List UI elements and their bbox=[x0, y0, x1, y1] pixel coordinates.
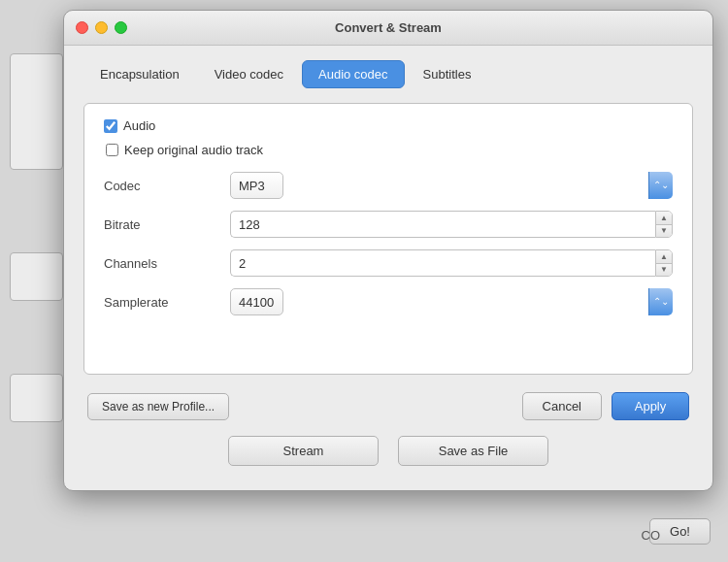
keep-original-row: Keep original audio track bbox=[106, 143, 673, 157]
channels-up-button[interactable]: ▲ bbox=[656, 250, 672, 264]
tab-subtitles[interactable]: Subtitles bbox=[407, 60, 488, 88]
channels-spinner-buttons: ▲ ▼ bbox=[655, 249, 673, 277]
channels-spinner-wrap: ▲ ▼ bbox=[230, 249, 673, 277]
keep-original-checkbox[interactable] bbox=[106, 144, 118, 156]
bitrate-label: Bitrate bbox=[104, 217, 230, 232]
bitrate-up-button[interactable]: ▲ bbox=[656, 212, 672, 225]
codec-select-wrapper: MP3 AAC Vorbis FLAC bbox=[230, 172, 673, 199]
stream-button[interactable]: Stream bbox=[228, 436, 379, 466]
bitrate-control: ▲ ▼ bbox=[230, 211, 673, 238]
bottom-action-buttons: Stream Save as File bbox=[83, 436, 693, 471]
content-area: Audio Keep original audio track Codec MP… bbox=[83, 103, 693, 375]
cancel-button[interactable]: Cancel bbox=[522, 392, 602, 420]
audio-checkbox[interactable] bbox=[104, 119, 117, 133]
tab-bar: Encapsulation Video codec Audio codec Su… bbox=[83, 60, 693, 88]
apply-button[interactable]: Apply bbox=[612, 392, 689, 420]
samplerate-row: Samplerate 44100 22050 11025 48000 bbox=[104, 288, 673, 315]
bg-panel-left2 bbox=[10, 252, 63, 301]
channels-control: ▲ ▼ bbox=[230, 249, 673, 277]
channels-input[interactable] bbox=[230, 249, 655, 277]
minimize-button[interactable] bbox=[95, 21, 108, 34]
dialog-window: Convert & Stream Encapsulation Video cod… bbox=[63, 10, 713, 491]
bg-panel-left3 bbox=[10, 374, 63, 422]
dialog-bottom-buttons: Save as new Profile... Cancel Apply bbox=[83, 392, 693, 420]
save-profile-button[interactable]: Save as new Profile... bbox=[87, 393, 229, 420]
samplerate-select-wrapper: 44100 22050 11025 48000 bbox=[230, 288, 673, 315]
bitrate-spinner-wrap: ▲ ▼ bbox=[230, 211, 673, 238]
channels-down-button[interactable]: ▼ bbox=[656, 264, 672, 277]
bitrate-input[interactable] bbox=[230, 211, 655, 238]
bitrate-spinner-buttons: ▲ ▼ bbox=[655, 211, 673, 238]
bitrate-row: Bitrate ▲ ▼ bbox=[104, 211, 673, 238]
channels-label: Channels bbox=[104, 256, 230, 271]
window-controls bbox=[76, 21, 127, 34]
audio-checkbox-row: Audio bbox=[104, 118, 673, 133]
codec-control: MP3 AAC Vorbis FLAC bbox=[230, 172, 673, 199]
co-label: CO bbox=[642, 528, 661, 543]
maximize-button[interactable] bbox=[115, 21, 127, 34]
tab-video-codec[interactable]: Video codec bbox=[198, 60, 300, 88]
close-button[interactable] bbox=[76, 21, 88, 34]
tab-audio-codec[interactable]: Audio codec bbox=[302, 60, 405, 88]
samplerate-control: 44100 22050 11025 48000 bbox=[230, 288, 673, 315]
codec-label: Codec bbox=[104, 179, 230, 193]
samplerate-label: Samplerate bbox=[104, 295, 230, 310]
tab-encapsulation[interactable]: Encapsulation bbox=[83, 60, 196, 88]
dialog-body: Encapsulation Video codec Audio codec Su… bbox=[64, 46, 712, 490]
bitrate-down-button[interactable]: ▼ bbox=[656, 225, 672, 238]
titlebar: Convert & Stream bbox=[64, 11, 712, 46]
codec-select[interactable]: MP3 AAC Vorbis FLAC bbox=[230, 172, 283, 199]
channels-row: Channels ▲ ▼ bbox=[104, 249, 673, 277]
codec-row: Codec MP3 AAC Vorbis FLAC bbox=[104, 172, 673, 199]
audio-checkbox-label: Audio bbox=[123, 118, 155, 133]
window-title: Convert & Stream bbox=[335, 20, 442, 35]
keep-original-label: Keep original audio track bbox=[124, 143, 263, 157]
right-button-group: Cancel Apply bbox=[522, 392, 689, 420]
samplerate-select[interactable]: 44100 22050 11025 48000 bbox=[230, 288, 283, 315]
save-as-file-button[interactable]: Save as File bbox=[398, 436, 548, 466]
bg-panel-left bbox=[10, 53, 63, 170]
